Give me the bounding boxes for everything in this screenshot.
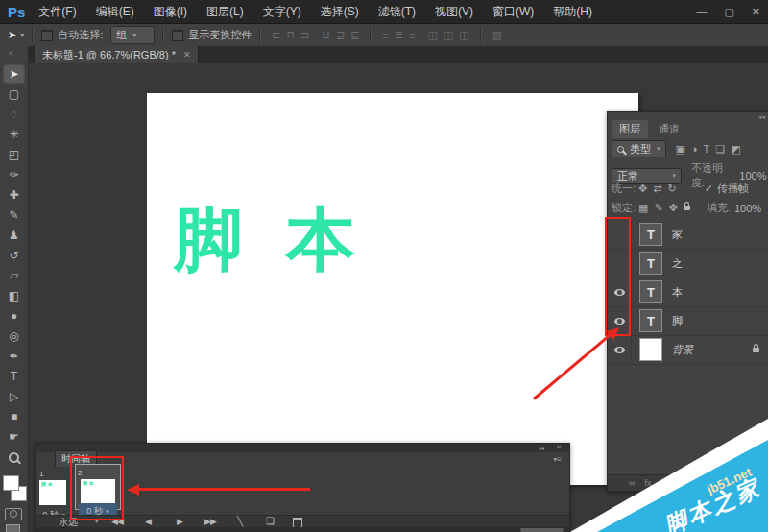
menu-select[interactable]: 选择(S) bbox=[321, 4, 359, 20]
annotation-rect-eye-column bbox=[605, 217, 631, 336]
lock-pixels-icon[interactable]: ✎ bbox=[654, 202, 662, 214]
document-tab-bar: 未标题-1 @ 66.7%(RGB/8) * ✕ bbox=[29, 46, 768, 63]
clone-stamp-tool[interactable]: ♟ bbox=[3, 226, 25, 245]
menu-edit[interactable]: 编辑(E) bbox=[96, 4, 134, 20]
layer-row-zhi[interactable]: T 之 bbox=[608, 249, 768, 278]
pen-tool[interactable]: ✒ bbox=[3, 347, 25, 366]
lock-transparent-icon[interactable]: ▦ bbox=[638, 202, 648, 214]
tab-channels[interactable]: 通道 bbox=[651, 120, 687, 138]
canvas-document[interactable]: 脚 本 bbox=[147, 93, 638, 485]
document-close-icon[interactable]: ✕ bbox=[183, 50, 191, 60]
menu-file[interactable]: 文件(F) bbox=[38, 4, 76, 20]
lock-label: 锁定: bbox=[612, 201, 636, 215]
unify-position-icon[interactable]: ✥ bbox=[638, 182, 647, 195]
filter-shape-layers-icon[interactable]: ❏ bbox=[715, 143, 725, 156]
filter-pixel-layers-icon[interactable]: ▣ bbox=[676, 143, 685, 156]
layer-row-ben[interactable]: T 本 bbox=[608, 278, 768, 307]
text-layer-thumbnail[interactable]: T bbox=[639, 309, 662, 332]
eyedropper-tool[interactable]: ✑ bbox=[3, 165, 25, 184]
layer-row-jia[interactable]: T 家 bbox=[608, 220, 768, 250]
filter-adjustment-layers-icon[interactable]: ◑ bbox=[691, 143, 698, 155]
panel-menu-icon[interactable]: ▾≡ bbox=[553, 455, 562, 464]
close-panel-icon[interactable]: ✕ bbox=[556, 444, 562, 451]
lasso-tool[interactable]: ◌ bbox=[3, 105, 25, 124]
text-layer-thumbnail[interactable]: T bbox=[639, 280, 662, 303]
type-tool[interactable]: T bbox=[3, 367, 25, 386]
propagate-frames-label: 传播帧 bbox=[717, 181, 749, 196]
distribute-h-centers-icon: ◫ bbox=[444, 29, 453, 41]
scrollbar-thumb[interactable] bbox=[520, 528, 564, 532]
show-transform-checkbox[interactable] bbox=[172, 30, 183, 41]
layer-row-background[interactable]: 背景 bbox=[608, 335, 768, 365]
chevron-down-icon: ▾ bbox=[132, 31, 136, 39]
photoshop-window: Ps 文件(F) 编辑(E) 图像(I) 图层(L) 文字(Y) 选择(S) 滤… bbox=[0, 0, 768, 532]
tool-preset-arrow-icon[interactable]: ▾ bbox=[20, 31, 24, 39]
timeline-scrollbar[interactable] bbox=[36, 527, 569, 532]
lock-position-icon[interactable]: ✥ bbox=[669, 202, 678, 214]
background-layer-thumbnail[interactable] bbox=[639, 338, 662, 361]
menu-help[interactable]: 帮助(H) bbox=[553, 4, 592, 20]
filter-type-layers-icon[interactable]: T bbox=[704, 143, 710, 155]
crop-tool[interactable]: ◰ bbox=[3, 145, 25, 164]
quick-selection-tool[interactable]: ✳ bbox=[3, 125, 25, 144]
history-brush-tool[interactable]: ↺ bbox=[3, 246, 25, 265]
play-button[interactable]: ▶ bbox=[177, 517, 182, 526]
collapse-panel-icon[interactable]: ◂◂ bbox=[539, 445, 544, 451]
foreground-color-swatch[interactable] bbox=[3, 475, 19, 491]
menu-window[interactable]: 窗口(W) bbox=[492, 4, 534, 20]
menu-type[interactable]: 文字(Y) bbox=[263, 4, 301, 20]
hand-tool[interactable]: ☛ bbox=[3, 427, 25, 447]
collapse-tools-icon[interactable]: « bbox=[9, 48, 13, 58]
text-layer-thumbnail[interactable]: T bbox=[639, 252, 662, 275]
auto-select-checkbox[interactable] bbox=[41, 30, 53, 41]
animation-frame-1[interactable]: 1 脚 本 0 秒 ▾ bbox=[39, 466, 68, 521]
layer-visibility-toggle[interactable] bbox=[608, 335, 632, 364]
menu-image[interactable]: 图像(I) bbox=[154, 4, 187, 20]
path-selection-tool[interactable]: ▷ bbox=[3, 387, 25, 406]
quick-mask-button[interactable] bbox=[5, 508, 22, 520]
dodge-tool[interactable]: ◎ bbox=[3, 326, 25, 346]
move-tool-icon: ➤ bbox=[8, 29, 16, 41]
menu-filter[interactable]: 滤镜(T) bbox=[378, 4, 416, 20]
spot-healing-tool[interactable]: ✚ bbox=[3, 185, 25, 205]
text-layer-thumbnail[interactable]: T bbox=[639, 223, 662, 246]
document-tab[interactable]: 未标题-1 @ 66.7%(RGB/8) * ✕ bbox=[35, 46, 199, 63]
tween-button[interactable]: ╲ bbox=[237, 516, 242, 526]
filter-smart-objects-icon[interactable]: ◩ bbox=[731, 143, 740, 156]
brush-tool[interactable]: ✎ bbox=[3, 206, 25, 225]
unify-visibility-icon[interactable]: ⇄ bbox=[653, 182, 661, 195]
auto-select-target-dropdown[interactable]: 组 ▾ bbox=[110, 26, 155, 44]
zoom-tool[interactable] bbox=[3, 447, 25, 467]
gradient-tool[interactable]: ◧ bbox=[3, 286, 25, 305]
distribute-v-centers-icon: ≣ bbox=[395, 29, 403, 41]
layer-row-jiao[interactable]: T 脚 bbox=[608, 306, 768, 336]
document-title: 未标题-1 @ 66.7%(RGB/8) * bbox=[42, 48, 176, 62]
tools-panel: « ➤ ▢ ◌ ✳ ◰ ✑ ✚ ✎ ♟ ↺ ▱ ◧ ● ◎ ✒ T ▷ ■ ☛ bbox=[0, 46, 29, 532]
blur-tool[interactable]: ● bbox=[3, 306, 25, 326]
ps-logo: Ps bbox=[8, 4, 25, 20]
next-frame-button[interactable]: ▶▶ bbox=[204, 517, 216, 526]
eraser-tool[interactable]: ▱ bbox=[3, 266, 25, 285]
propagate-check-icon[interactable]: ✓ bbox=[705, 182, 713, 195]
link-layers-icon[interactable]: ∞ bbox=[629, 478, 635, 488]
unify-style-icon[interactable]: ↻ bbox=[668, 182, 677, 195]
close-icon[interactable]: ✕ bbox=[752, 6, 760, 18]
minimize-icon[interactable]: — bbox=[696, 6, 707, 17]
previous-frame-button[interactable]: ◀ bbox=[145, 517, 151, 526]
menu-layer[interactable]: 图层(L) bbox=[206, 4, 244, 20]
screen-mode-button[interactable] bbox=[6, 524, 20, 532]
frame-thumbnail[interactable]: 脚 本 bbox=[39, 480, 66, 505]
distribute-right-icon: ◫ bbox=[459, 29, 468, 41]
rectangle-shape-tool[interactable]: ■ bbox=[3, 407, 25, 426]
duplicate-frame-button[interactable]: ❏ bbox=[266, 516, 274, 526]
layer-filter-dropdown[interactable]: 类型 ▾ bbox=[612, 140, 666, 157]
move-tool[interactable]: ➤ bbox=[3, 64, 25, 84]
maximize-icon[interactable]: ▢ bbox=[724, 6, 733, 18]
menu-view[interactable]: 视图(V) bbox=[435, 4, 473, 20]
fill-value[interactable]: 100% bbox=[734, 203, 761, 214]
lock-all-icon[interactable] bbox=[684, 206, 690, 210]
tab-layers[interactable]: 图层 bbox=[612, 120, 648, 138]
rectangular-marquee-tool[interactable]: ▢ bbox=[3, 85, 25, 104]
opacity-value[interactable]: 100% bbox=[739, 170, 766, 181]
chevron-down-icon: ▾ bbox=[657, 145, 660, 153]
